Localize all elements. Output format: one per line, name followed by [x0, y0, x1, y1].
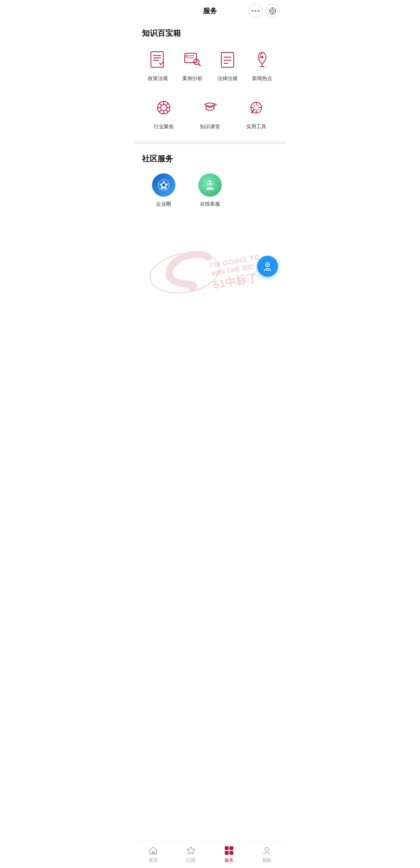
case-label: 案例分析 — [182, 75, 203, 82]
case-icon — [181, 48, 204, 71]
more-button[interactable] — [248, 4, 262, 18]
svg-rect-9 — [151, 52, 163, 67]
svg-point-47 — [267, 264, 268, 265]
page-title: 服务 — [203, 6, 217, 16]
community-grid: 企业圈 在线客服 — [142, 170, 278, 211]
news-item[interactable]: 新闻热点 — [247, 45, 278, 85]
scan-button[interactable] — [266, 4, 280, 18]
community-section: 社区服务 企业圈 — [134, 147, 286, 211]
tools-icon — [245, 96, 268, 119]
classroom-label: 知识课堂 — [200, 123, 220, 130]
knowledge-grid-row2: 行业聚焦 知识课堂 实用工具 — [142, 93, 278, 133]
news-label: 新闻热点 — [252, 75, 272, 82]
svg-point-43 — [211, 182, 212, 183]
classroom-icon — [198, 96, 222, 119]
more-icon — [252, 10, 259, 12]
policy-icon — [146, 48, 170, 71]
support-icon — [262, 261, 273, 272]
enterprise-item[interactable]: 企业圈 — [142, 170, 185, 211]
section-divider — [134, 141, 286, 144]
header-actions — [248, 4, 280, 18]
svg-text:和标签了: 和标签了 — [175, 288, 194, 293]
news-icon — [250, 48, 274, 71]
service-item[interactable]: 在线客服 — [188, 170, 231, 211]
knowledge-grid-row1: 政策法规 案例分析 — [142, 45, 278, 85]
law-icon — [216, 48, 239, 71]
header: 服务 — [134, 0, 286, 22]
svg-point-4 — [271, 10, 274, 12]
policy-label: 政策法规 — [148, 75, 168, 82]
law-label: 法律法规 — [217, 75, 238, 82]
svg-line-18 — [198, 64, 200, 66]
svg-line-33 — [166, 110, 168, 112]
enterprise-icon — [152, 173, 175, 197]
svg-point-23 — [261, 56, 263, 58]
case-item[interactable]: 案例分析 — [177, 45, 209, 85]
svg-point-2 — [258, 10, 259, 12]
industry-icon — [152, 96, 175, 119]
svg-point-27 — [161, 105, 167, 111]
svg-line-35 — [159, 110, 161, 112]
svg-point-0 — [252, 10, 253, 12]
service-label: 在线客服 — [200, 201, 220, 208]
law-item[interactable]: 法律法规 — [212, 45, 243, 85]
knowledge-section: 知识百宝箱 政策法规 — [134, 22, 286, 133]
tools-label: 实用工具 — [246, 123, 266, 130]
industry-item[interactable]: 行业聚焦 — [142, 93, 185, 133]
enterprise-label: 企业圈 — [156, 201, 171, 208]
service-icon — [198, 173, 222, 197]
knowledge-title: 知识百宝箱 — [142, 28, 278, 38]
svg-line-34 — [166, 103, 168, 106]
industry-label: 行业聚焦 — [154, 123, 174, 130]
svg-point-42 — [208, 182, 209, 183]
tools-item[interactable]: 实用工具 — [235, 93, 278, 133]
svg-line-32 — [159, 103, 161, 106]
svg-point-40 — [162, 183, 165, 187]
scan-icon — [269, 7, 276, 15]
community-title: 社区服务 — [142, 154, 278, 164]
classroom-item[interactable]: 知识课堂 — [188, 93, 231, 133]
svg-point-1 — [255, 10, 256, 12]
svg-point-14 — [186, 55, 188, 58]
float-support-button[interactable] — [257, 256, 278, 277]
policy-item[interactable]: 政策法规 — [142, 45, 174, 85]
